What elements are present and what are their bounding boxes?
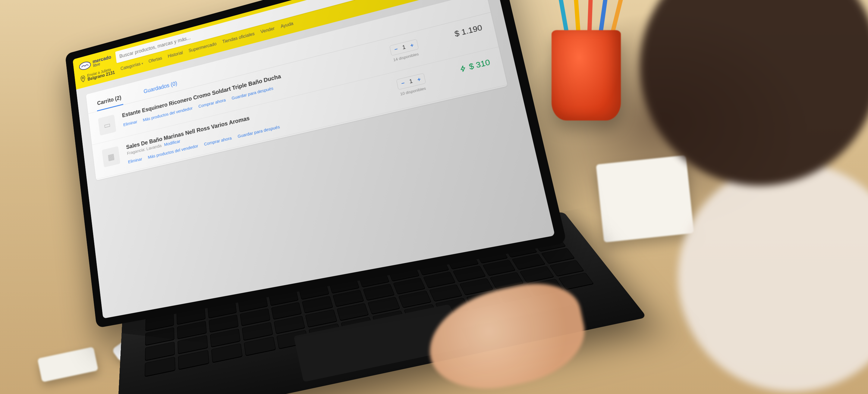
- product-thumbnail[interactable]: ▭: [98, 114, 116, 136]
- item-price: $ 1.190: [434, 23, 483, 44]
- nav-historial[interactable]: Historial: [167, 50, 183, 59]
- svg-point-0: [79, 61, 91, 71]
- qty-value: 1: [409, 78, 413, 85]
- nav-vender[interactable]: Vender: [260, 26, 275, 35]
- qty-plus-button[interactable]: +: [410, 42, 414, 49]
- location-pin-icon: [80, 75, 86, 83]
- page-body: Carrito (2) Guardados (0) ▭ Estante Esqu…: [76, 0, 521, 190]
- nav-ayuda[interactable]: Ayuda: [280, 21, 294, 29]
- lightning-icon: [459, 64, 467, 73]
- qty-value: 1: [402, 44, 406, 51]
- cart-card: Carrito (2) Guardados (0) ▭ Estante Esqu…: [86, 0, 507, 180]
- item-actions: Eliminar Más productos del vendedor Comp…: [128, 100, 383, 164]
- ship-to-label: Enviar a Julieta: [87, 67, 115, 77]
- product-title[interactable]: Sales De Baño Marinas Nell Ross Varios A…: [126, 84, 380, 151]
- ship-to-address: Belgrano 2131: [87, 70, 115, 81]
- nav-categorias[interactable]: Categorías▾: [120, 61, 143, 71]
- brand-logo[interactable]: mercado libre: [79, 54, 112, 72]
- qty-plus-button[interactable]: +: [417, 76, 421, 83]
- action-comprar-ahora[interactable]: Comprar ahora: [198, 97, 226, 109]
- action-modificar[interactable]: Modificar: [164, 138, 181, 147]
- product-variant: Fragancia: Lavanda Modificar: [127, 91, 381, 156]
- svg-point-4: [82, 77, 84, 79]
- handshake-icon: [79, 60, 92, 72]
- chevron-down-icon: ▾: [141, 61, 144, 66]
- nav-ofertas[interactable]: Ofertas: [148, 56, 162, 64]
- brand-text-bottom: libre: [93, 59, 112, 67]
- notepad-decor: [596, 155, 694, 242]
- action-eliminar[interactable]: Eliminar: [128, 156, 143, 164]
- ship-to[interactable]: Enviar a Julieta Belgrano 2131: [80, 67, 115, 84]
- laptop-screen-bezel: mercado libre: [65, 0, 567, 328]
- qty-minus-button[interactable]: −: [401, 80, 405, 87]
- action-guardar[interactable]: Guardar para después: [231, 86, 273, 101]
- cart-item: ▦ Sales De Baño Marinas Nell Ross Varios…: [92, 47, 507, 179]
- mercadolibre-app: mercado libre: [73, 0, 555, 319]
- action-mas-productos[interactable]: Más productos del vendedor: [143, 105, 193, 122]
- action-comprar-ahora[interactable]: Comprar ahora: [204, 136, 232, 147]
- item-price: $ 310: [441, 58, 491, 78]
- tab-guardados[interactable]: Guardados (0): [142, 76, 179, 99]
- action-mas-productos[interactable]: Más productos del vendedor: [147, 143, 198, 160]
- tab-carrito[interactable]: Carrito (2): [95, 90, 123, 111]
- nav-tiendas-oficiales[interactable]: Tiendas oficiales: [222, 31, 255, 44]
- laptop-screen: mercado libre: [73, 0, 555, 319]
- action-guardar[interactable]: Guardar para después: [237, 124, 280, 139]
- qty-minus-button[interactable]: −: [394, 46, 398, 53]
- product-thumbnail[interactable]: ▦: [102, 146, 120, 167]
- action-eliminar[interactable]: Eliminar: [123, 119, 137, 127]
- photo-scene: mercado libre: [0, 0, 868, 394]
- nav-supermercado[interactable]: Supermercado: [188, 41, 217, 53]
- brand-text-top: mercado: [92, 54, 112, 64]
